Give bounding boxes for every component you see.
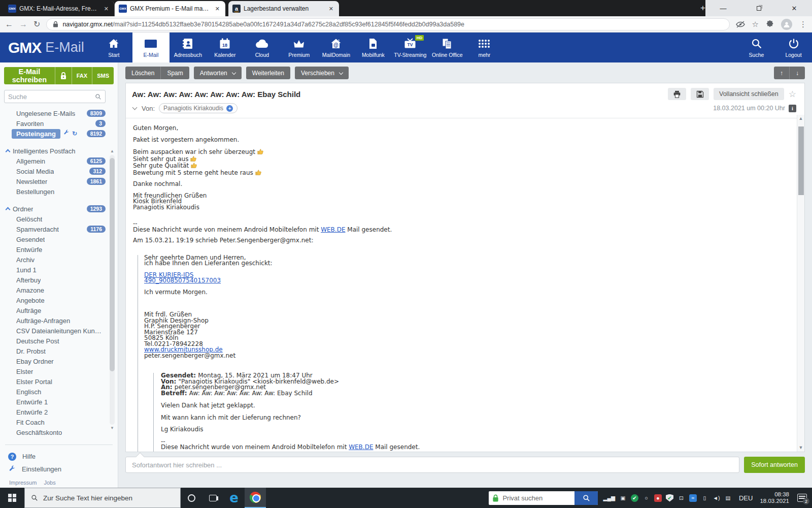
sidebar-item-gesendet[interactable]: Gesendet <box>0 234 118 244</box>
jobs-link[interactable]: Jobs <box>44 480 55 486</box>
previous-mail-button[interactable]: ↑ <box>774 67 789 79</box>
private-search-button[interactable] <box>574 491 598 505</box>
sidebar-item-auftr-ge-anfragen[interactable]: Aufträge-Anfragen <box>0 315 118 326</box>
sidebar-item-auftr-ge[interactable]: Aufträge <box>0 305 118 315</box>
red-lock-icon[interactable]: ● <box>654 494 662 502</box>
sidebar-item-favoriten[interactable]: Favoriten3 <box>0 118 118 129</box>
impressum-link[interactable]: Impressum <box>9 480 37 486</box>
sidebar-item-allgemein[interactable]: Allgemein6125 <box>0 156 118 166</box>
language-indicator[interactable]: DEU <box>739 494 753 502</box>
quick-reply-send-button[interactable]: Sofort antworten <box>744 457 805 473</box>
spam-button[interactable]: Spam <box>160 67 189 79</box>
extensions-puzzle-icon[interactable] <box>766 20 774 28</box>
sidebar-item-gesch-ftskonto[interactable]: Geschäftskonto <box>0 427 118 437</box>
settings-item[interactable]: Einstellungen <box>6 463 112 475</box>
tab-close-icon[interactable]: ✕ <box>327 6 335 12</box>
scroll-up-icon[interactable]: ▲ <box>110 149 114 154</box>
chevron-up-icon[interactable] <box>6 207 11 212</box>
move-button[interactable]: Verschieben <box>295 67 349 79</box>
next-mail-button[interactable]: ↓ <box>789 67 805 79</box>
nav-suche[interactable]: Suche <box>738 33 775 62</box>
sidebar-item-amazone[interactable]: Amazone <box>0 285 118 295</box>
refresh-icon[interactable]: ↻ <box>72 130 77 137</box>
tab-close-icon[interactable]: ✕ <box>214 6 221 12</box>
quick-reply-input[interactable]: Sofortantwort hier schreiben ... <box>125 457 739 473</box>
sidebar-item-ebay-ordner[interactable]: Ebay Ordner <box>0 356 118 366</box>
sidebar-item-entw-rfe[interactable]: Entwürfe <box>0 244 118 255</box>
fax-button[interactable]: FAX <box>72 67 92 84</box>
sidebar-item-posteingang[interactable]: Posteingang↻8192 <box>0 129 118 139</box>
sidebar-item-elster[interactable]: Elster <box>0 366 118 376</box>
sidebar-item-bestellungen[interactable]: Bestellungen <box>0 186 118 197</box>
section-ordner[interactable]: Ordner1293 <box>0 204 118 214</box>
sidebar-item-newsletter[interactable]: Newsletter1861 <box>0 176 118 186</box>
private-search-widget[interactable]: Privat suchen <box>489 491 598 505</box>
minimize-button[interactable]: — <box>716 5 731 12</box>
start-button[interactable] <box>0 488 24 508</box>
screen-share-icon[interactable]: ⊡ <box>678 494 685 502</box>
sidebar-item-archiv[interactable]: Archiv <box>0 255 118 265</box>
status-ring-icon[interactable]: ○ <box>642 494 650 502</box>
section-intelligentes-postfach[interactable]: Intelligentes Postfach <box>0 146 118 156</box>
close-fullview-button[interactable]: Vollansicht schließen <box>714 88 784 100</box>
sender-chip[interactable]: Panagiotis Kiriakoudis + <box>159 103 238 113</box>
gmx-logo[interactable]: GMXE-Mail <box>0 33 95 62</box>
chevron-up-icon[interactable] <box>6 149 11 154</box>
reload-icon[interactable]: ↻ <box>33 19 40 29</box>
chrome-taskbar-button[interactable] <box>245 488 266 508</box>
collapse-chevron-icon[interactable] <box>132 105 138 110</box>
print-button[interactable] <box>668 88 686 100</box>
profile-avatar[interactable] <box>781 19 792 30</box>
save-button[interactable] <box>691 88 709 100</box>
folder-settings-wrench-icon[interactable] <box>63 130 70 138</box>
volume-icon[interactable]: ◄) <box>713 494 720 502</box>
sync-app-icon[interactable]: ≈ <box>689 494 697 502</box>
nav-kalender[interactable]: 18Kalender <box>207 33 244 62</box>
mail-body-link[interactable]: WEB.DE <box>321 226 345 233</box>
favorite-star-icon[interactable]: ☆ <box>789 89 796 100</box>
restore-button[interactable] <box>751 5 766 12</box>
sidebar-item-dr-probst[interactable]: Dr. Probst <box>0 346 118 356</box>
nav-start[interactable]: Start <box>95 33 132 62</box>
signal-icon[interactable]: ▂▄▆ <box>603 494 615 502</box>
new-tab-button[interactable]: + <box>700 3 705 13</box>
scrollbar-thumb[interactable] <box>798 126 804 195</box>
sidebar-item-entw-rfe-2[interactable]: Entwürfe 2 <box>0 407 118 417</box>
defender-shield-icon[interactable]: ✔ <box>666 494 673 502</box>
nav-e-mail[interactable]: E-Mail <box>132 33 170 62</box>
eye-hidden-icon[interactable] <box>736 21 745 28</box>
sms-button[interactable]: SMS <box>92 67 114 84</box>
nav-maildomain[interactable]: @MailDomain <box>318 33 355 62</box>
compose-button[interactable]: E-Mail schreiben <box>4 68 55 84</box>
task-view-button[interactable] <box>202 488 223 508</box>
nav-adressbuch[interactable]: Adressbuch <box>170 33 207 62</box>
tab-close-icon[interactable]: ✕ <box>103 6 110 12</box>
network-icon[interactable]: ▤ <box>724 494 732 502</box>
add-contact-icon[interactable]: + <box>226 105 233 112</box>
delete-button[interactable]: Löschen <box>125 67 160 79</box>
close-button[interactable]: ✕ <box>787 5 802 12</box>
info-icon[interactable]: i <box>789 105 796 112</box>
mail-body-link[interactable]: 490_9008507540157003 <box>144 277 221 284</box>
shield-check-icon[interactable]: ✔ <box>631 494 638 502</box>
sidebar-item-spamverdacht[interactable]: Spamverdacht1176 <box>0 224 118 234</box>
sidebar-search-input[interactable]: Suche <box>4 90 106 103</box>
nav-premium[interactable]: Premium <box>281 33 318 62</box>
taskbar-clock[interactable]: 08:38 18.03.2021 <box>760 491 789 504</box>
encrypt-lock-button[interactable] <box>55 67 72 84</box>
forward-button[interactable]: Weiterleiten <box>246 67 290 79</box>
sidebar-item-csv-dateianleitungen-kunden[interactable]: CSV Dateianleitungen Kunden <box>0 326 118 336</box>
nav-online-office[interactable]: Online Office <box>429 33 466 62</box>
nav-cloud[interactable]: Cloud <box>244 33 281 62</box>
scrollbar-thumb[interactable] <box>110 158 115 371</box>
sidebar-item-entw-rfe-1[interactable]: Entwürfe 1 <box>0 397 118 407</box>
sidebar-item-afterbuy[interactable]: Afterbuy <box>0 275 118 285</box>
remote-desktop-icon[interactable]: ▣ <box>619 494 627 502</box>
scroll-down-icon[interactable]: ▼ <box>110 426 114 431</box>
browser-tab-2[interactable]: GMXGMX Premium - E-Mail made in✕ <box>115 1 225 16</box>
sidebar-item-fit-coach[interactable]: Fit Coach <box>0 417 118 427</box>
forward-icon[interactable]: → <box>19 20 27 29</box>
browser-menu-icon[interactable]: ⋮ <box>799 20 807 29</box>
nav-tv-streaming[interactable]: TVHDTV-Streaming <box>392 33 429 62</box>
sidebar-scrollbar[interactable]: ▲ ▼ <box>109 149 115 431</box>
